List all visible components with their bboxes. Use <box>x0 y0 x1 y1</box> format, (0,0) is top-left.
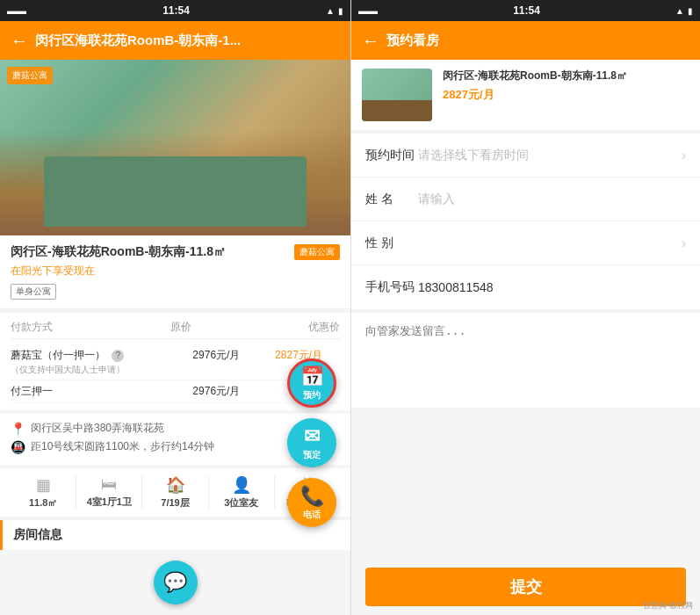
pricing-header: 付款方式 原价 优惠价 <box>11 320 340 339</box>
dianhua-fab[interactable]: 📞 电话 <box>287 478 336 527</box>
right-header-title: 预约看房 <box>386 33 689 49</box>
location-text-2: 距10号线宋圆路1100米，步行约14分钟 <box>31 439 214 454</box>
yuyue-label: 预约 <box>303 389 321 402</box>
right-right-icons: ▲ ▮ <box>675 6 693 16</box>
right-signal-icon: ▬▬ <box>358 5 378 16</box>
help-icon[interactable]: ? <box>112 350 124 362</box>
left-back-button[interactable]: ← <box>11 31 28 51</box>
room-image: 蘑菇公寓 <box>0 60 350 235</box>
dianhua-icon: 📞 <box>300 485 324 508</box>
left-status-icons: ▬▬ <box>7 5 26 16</box>
floor-icon: 🏠 <box>166 475 185 495</box>
watermark: 智慧典•教程网 <box>643 600 693 611</box>
feature-area: ▦ 11.8㎡ <box>11 475 76 510</box>
room-title-row: 闵行区-海联花苑RoomB-朝东南-11.8㎡ 蘑菇公寓 <box>11 244 340 260</box>
yuding-fab[interactable]: ✉ 预定 <box>287 418 336 467</box>
submit-button[interactable]: 提交 <box>365 568 686 606</box>
gender-arrow: › <box>682 235 686 251</box>
roommates-icon: 👤 <box>232 475 251 495</box>
left-panel: ▬▬ 11:54 ▲ ▮ ← 闵行区海联花苑RoomB-朝东南-1... 蘑菇公… <box>0 0 351 615</box>
room-title: 闵行区-海联花苑RoomB-朝东南-11.8㎡ <box>11 244 287 260</box>
property-thumbnail <box>362 69 432 121</box>
dianhua-label: 电话 <box>303 509 321 521</box>
gender-row[interactable]: 性 别 › <box>351 221 700 265</box>
yuding-icon: ✉ <box>304 425 320 448</box>
location-icon-2: 🚇 <box>11 440 25 454</box>
tag-row: 单身公寓 <box>11 284 340 300</box>
left-header: ← 闵行区海联花苑RoomB-朝东南-1... <box>0 21 350 60</box>
area-icon: ▦ <box>36 475 51 495</box>
left-status-bar: ▬▬ 11:54 ▲ ▮ <box>0 0 350 21</box>
room-tag: 单身公寓 <box>11 284 56 300</box>
chat-icon: 💬 <box>163 571 187 594</box>
floor-value: 7/19层 <box>161 496 189 510</box>
form-section: 预约时间 请选择线下看房时间 › 姓 名 请输入 性 别 › 手机号码 1830… <box>351 134 700 309</box>
left-right-icons: ▲ ▮ <box>326 6 343 16</box>
right-wifi-icon: ▲ <box>675 6 684 16</box>
pricing-row2-original: 2976元/月 <box>176 384 258 399</box>
right-content: 闵行区-海联花苑RoomB-朝东南-11.8㎡ 2827元/月 预约时间 请选择… <box>351 60 700 615</box>
message-textarea[interactable] <box>365 323 686 394</box>
message-section <box>351 313 700 408</box>
name-label: 姓 名 <box>365 192 418 207</box>
room-sub-text: 在阳光下享受现在 <box>11 264 340 279</box>
fab-container: 📅 预约 ✉ 预定 📞 电话 <box>287 358 336 527</box>
pricing-col3-header: 优惠价 <box>308 320 340 335</box>
pricing-row2-label: 付三押一 <box>11 384 176 399</box>
location-icon-1: 📍 <box>11 422 25 436</box>
property-name: 闵行区-海联花苑RoomB-朝东南-11.8㎡ <box>443 69 689 83</box>
location-text-1: 闵行区吴中路380弄海联花苑 <box>31 421 164 436</box>
phone-label: 手机号码 <box>365 279 418 295</box>
feature-floor: 🏠 7/19层 <box>142 475 208 510</box>
yuyue-fab[interactable]: 📅 预约 <box>287 358 336 408</box>
layout-icon: 🛏 <box>101 475 117 494</box>
left-time: 11:54 <box>162 4 190 17</box>
property-card: 闵行区-海联花苑RoomB-朝东南-11.8㎡ 2827元/月 <box>351 60 700 130</box>
roommates-value: 3位室友 <box>224 496 258 510</box>
yuyue-icon: 📅 <box>300 365 324 388</box>
phone-value: 18300811548 <box>418 280 686 294</box>
right-battery-icon: ▮ <box>688 6 693 16</box>
layout-value: 4室1厅1卫 <box>87 496 132 509</box>
appointment-time-row[interactable]: 预约时间 请选择线下看房时间 › <box>351 134 700 177</box>
right-time: 11:54 <box>513 4 540 17</box>
pricing-row1-original: 2976元/月 <box>176 348 258 376</box>
name-row[interactable]: 姓 名 请输入 <box>351 177 700 221</box>
appointment-time-label: 预约时间 <box>365 148 418 163</box>
signal-icon: ▬▬ <box>7 5 26 16</box>
pricing-col1-header: 付款方式 <box>11 320 53 335</box>
feature-layout: 🛏 4室1厅1卫 <box>76 475 142 510</box>
right-back-button[interactable]: ← <box>362 31 379 51</box>
phone-row[interactable]: 手机号码 18300811548 <box>351 265 700 309</box>
wifi-icon: ▲ <box>326 6 335 16</box>
right-status-bar: ▬▬ 11:54 ▲ ▮ <box>351 0 700 21</box>
name-value: 请输入 <box>418 192 686 207</box>
chat-button[interactable]: 💬 <box>154 561 198 604</box>
pricing-col2-header: 原价 <box>170 320 191 335</box>
property-price: 2827元/月 <box>443 87 689 103</box>
appointment-time-arrow: › <box>682 148 686 163</box>
mushroom-logo: 蘑菇公寓 <box>7 67 53 84</box>
gender-label: 性 别 <box>365 235 418 251</box>
left-header-title: 闵行区海联花苑RoomB-朝东南-1... <box>35 33 340 49</box>
right-header: ← 预约看房 <box>351 21 700 60</box>
pricing-row1-label: 蘑菇宝（付一押一） ? （仅支持中国大陆人士申请） <box>11 348 176 376</box>
battery-icon: ▮ <box>338 6 343 16</box>
right-panel: ▬▬ 11:54 ▲ ▮ ← 预约看房 闵行区-海联花苑RoomB-朝东南-11… <box>351 0 700 615</box>
property-details: 闵行区-海联花苑RoomB-朝东南-11.8㎡ 2827元/月 <box>443 69 689 121</box>
mushroom-badge: 蘑菇公寓 <box>294 244 340 260</box>
area-value: 11.8㎡ <box>29 496 57 510</box>
yuding-label: 预定 <box>303 449 321 461</box>
room-info-section: 闵行区-海联花苑RoomB-朝东南-11.8㎡ 蘑菇公寓 在阳光下享受现在 单身… <box>0 235 350 309</box>
right-status-icons: ▬▬ <box>358 5 378 16</box>
feature-roommates: 👤 3位室友 <box>209 475 275 510</box>
appointment-time-value: 请选择线下看房时间 <box>418 148 682 163</box>
